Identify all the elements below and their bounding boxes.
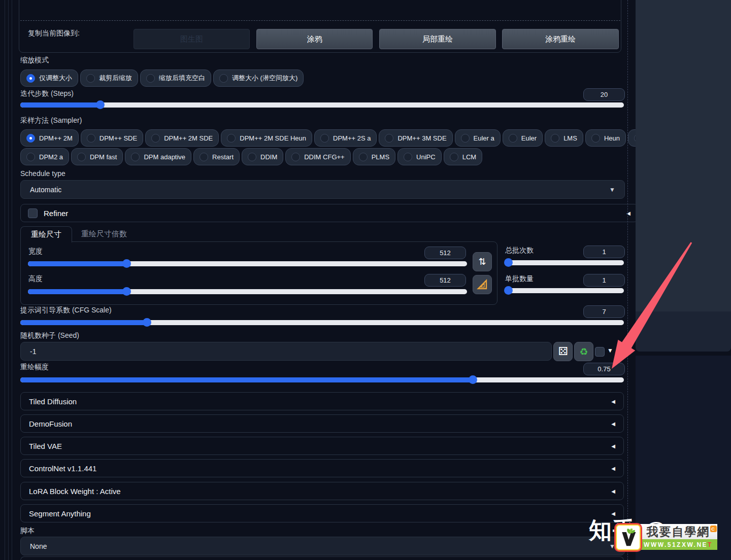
radio-icon xyxy=(200,153,208,161)
sampler-heun[interactable]: Heun xyxy=(585,129,626,147)
swap-dimensions-button[interactable]: ⇅ xyxy=(473,252,492,271)
refiner-label: Refiner xyxy=(44,209,68,218)
chevron-down-icon: ▼ xyxy=(609,186,615,193)
sampler-row-1: DPM++ 2M DPM++ SDE DPM++ 2M SDE DPM++ 2M… xyxy=(20,129,671,147)
sampler-dpmpp-2m-sde[interactable]: DPM++ 2M SDE xyxy=(145,129,219,147)
copy-to-sketch-button[interactable]: 涂鸦 xyxy=(256,29,373,49)
triangle-ruler-icon xyxy=(476,278,488,291)
accordion-demofusion[interactable]: DemoFusion◀ xyxy=(20,414,624,433)
radio-icon xyxy=(26,153,35,161)
random-seed-button[interactable]: ⚄ xyxy=(553,342,573,361)
sampler-dpmpp-3m-sde[interactable]: DPM++ 3M SDE xyxy=(379,129,452,147)
cfg-scale-value[interactable]: 7 xyxy=(583,305,625,318)
panel-edge-line xyxy=(5,0,5,560)
denoising-value[interactable]: 0.75 xyxy=(583,363,625,375)
width-value[interactable]: 512 xyxy=(424,247,466,259)
radio-icon xyxy=(450,153,458,161)
refiner-accordion[interactable]: Refiner ◀ xyxy=(20,204,638,222)
image-dropzone-border xyxy=(20,20,620,21)
sampler-ddim-cfgpp[interactable]: DDIM CFG++ xyxy=(285,148,350,165)
seed-extra-checkbox[interactable] xyxy=(595,347,605,357)
cfg-scale-label: 提示词引导系数 (CFG Scale) xyxy=(20,306,112,315)
sampler-dpmpp-2m-sde-heun[interactable]: DPM++ 2M SDE Heun xyxy=(221,129,312,147)
column-divider[interactable] xyxy=(627,0,628,560)
radio-selected-icon xyxy=(26,74,35,83)
sampler-dpm-adaptive[interactable]: DPM adaptive xyxy=(125,148,191,165)
steps-value[interactable]: 20 xyxy=(583,88,625,101)
resize-mode-label: 缩放模式 xyxy=(20,56,49,65)
size-from-image-button[interactable] xyxy=(473,275,492,294)
refiner-checkbox[interactable] xyxy=(28,208,38,218)
seed-input[interactable]: -1 xyxy=(20,342,552,361)
batch-size-slider[interactable] xyxy=(505,288,624,294)
steps-slider[interactable] xyxy=(20,102,624,108)
batch-count-value[interactable]: 1 xyxy=(583,246,625,258)
swap-icon: ⇅ xyxy=(478,256,486,267)
sampler-dpmpp-2s-a[interactable]: DPM++ 2S a xyxy=(314,129,377,147)
seed-label: 随机数种子 (Seed) xyxy=(20,331,79,340)
height-value[interactable]: 512 xyxy=(424,274,466,287)
radio-icon xyxy=(359,153,368,161)
site-name: 我要自學網 xyxy=(647,524,710,540)
schedule-type-label: Schedule type xyxy=(20,169,65,178)
steps-label: 迭代步数 (Steps) xyxy=(20,89,74,98)
copy-to-inpaint-button[interactable]: 局部重绘 xyxy=(379,29,496,49)
result-panel-footer xyxy=(636,311,731,352)
batch-size-label: 单批数量 xyxy=(505,274,534,284)
resize-option-latent[interactable]: 调整大小 (潜空间放大) xyxy=(213,69,304,87)
accordion-lora-block-weight[interactable]: LoRA Block Weight : Active◀ xyxy=(20,482,624,500)
panel-edge-line xyxy=(12,0,12,560)
radio-icon xyxy=(86,74,95,83)
radio-icon xyxy=(291,153,300,161)
recycle-icon: ♻ xyxy=(579,346,588,358)
resize-option-fill[interactable]: 缩放后填充空白 xyxy=(140,69,211,87)
radio-icon xyxy=(151,134,160,143)
accordion-segment-anything[interactable]: Segment Anything◀ xyxy=(20,504,624,522)
radio-icon xyxy=(77,153,86,161)
reuse-seed-button[interactable]: ♻ xyxy=(574,342,593,361)
sampler-restart[interactable]: Restart xyxy=(193,148,240,165)
denoising-slider[interactable] xyxy=(20,377,624,383)
sampler-euler-a[interactable]: Euler a xyxy=(455,129,501,147)
copy-to-img2img-button: 图生图 xyxy=(134,29,250,49)
height-label: 高度 xyxy=(28,274,43,284)
denoising-label: 重绘幅度 xyxy=(20,363,49,372)
copy-to-inpaint-sketch-button[interactable]: 涂鸦重绘 xyxy=(502,29,619,49)
schedule-type-dropdown[interactable]: Automatic ▼ xyxy=(20,180,625,199)
radio-icon xyxy=(87,134,95,143)
sampler-lcm[interactable]: LCM xyxy=(444,148,482,165)
sampler-dpmpp-2m[interactable]: DPM++ 2M xyxy=(20,129,79,147)
radio-icon xyxy=(248,153,256,161)
resize-option-crop[interactable]: 裁剪后缩放 xyxy=(80,69,138,87)
script-label: 脚本 xyxy=(20,527,35,536)
script-dropdown[interactable]: None ▼ xyxy=(20,537,625,555)
accordion-controlnet[interactable]: ControlNet v1.1.441◀ xyxy=(20,459,624,477)
width-slider[interactable] xyxy=(28,261,467,267)
batch-size-value[interactable]: 1 xyxy=(583,274,625,287)
sampler-dpm-fast[interactable]: DPM fast xyxy=(71,148,123,165)
tab-resize-by[interactable]: 重绘尺寸倍数 xyxy=(71,226,137,242)
resize-option-just-resize[interactable]: 仅调整大小 xyxy=(20,69,78,87)
radio-icon xyxy=(146,74,155,83)
height-slider[interactable] xyxy=(28,289,467,295)
batch-count-slider[interactable] xyxy=(505,260,624,266)
radio-icon xyxy=(385,134,393,143)
radio-selected-icon xyxy=(26,134,35,143)
sampler-unipc[interactable]: UniPC xyxy=(397,148,442,165)
sampler-ddim[interactable]: DDIM xyxy=(242,148,283,165)
accordion-tiled-vae[interactable]: Tiled VAE◀ xyxy=(20,437,624,455)
radio-icon xyxy=(461,134,470,143)
radio-icon xyxy=(227,134,236,143)
sampler-dpm2-a[interactable]: DPM2 a xyxy=(20,148,69,165)
next-panel-edge xyxy=(20,556,624,560)
caret-down-icon[interactable]: ▼ xyxy=(607,347,613,354)
tab-resize-to[interactable]: 重绘尺寸 xyxy=(20,226,72,242)
accordion-tiled-diffusion[interactable]: Tiled Diffusion◀ xyxy=(20,392,624,410)
sampler-euler[interactable]: Euler xyxy=(503,129,543,147)
width-label: 宽度 xyxy=(28,247,43,256)
sampler-lms[interactable]: LMS xyxy=(545,129,583,147)
cfg-scale-slider[interactable] xyxy=(20,320,624,326)
sampler-dpmpp-sde[interactable]: DPM++ SDE xyxy=(81,129,143,147)
sampler-plms[interactable]: PLMS xyxy=(353,148,395,165)
collapse-arrow-icon: ◀ xyxy=(611,488,615,494)
